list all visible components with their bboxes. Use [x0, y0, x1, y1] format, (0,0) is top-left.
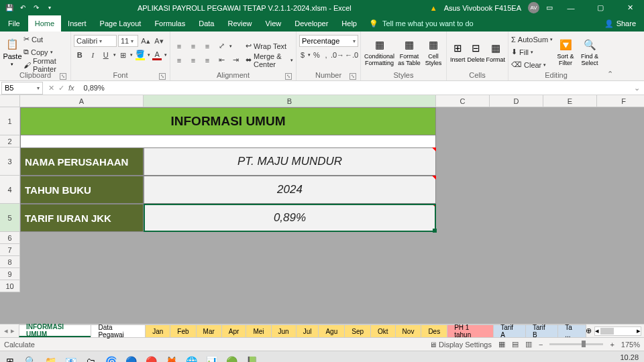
sheet-tab[interactable]: Mei [246, 324, 271, 337]
comment-indicator-icon[interactable] [432, 204, 436, 208]
fill-color-button[interactable]: 🪣 [134, 49, 146, 61]
sheet-tab[interactable]: Jun [271, 324, 297, 337]
cell-b4[interactable]: 2024 [144, 176, 436, 204]
cut-button[interactable]: ✂Cut [23, 34, 68, 46]
qat-more-icon[interactable]: ▾ [44, 3, 55, 13]
ribbon-display-icon[interactable]: ▭ [546, 3, 553, 12]
share-button[interactable]: 👤 Share [604, 19, 644, 28]
number-dialog-icon[interactable]: ⤡ [350, 73, 356, 80]
normal-view-button[interactable]: ▦ [498, 340, 505, 349]
sheet-tab[interactable]: Data Pegawai [91, 324, 146, 337]
horizontal-scrollbar[interactable]: ◂▸ [594, 326, 641, 336]
collapse-ribbon-button[interactable]: ⌃ [604, 32, 616, 80]
sheet-tab[interactable]: Mar [196, 324, 222, 337]
cell-header[interactable]: INFORMASI UMUM [20, 107, 436, 135]
align-left-button[interactable]: ≡ [173, 54, 185, 66]
edge-icon[interactable]: 🌐 [184, 354, 199, 362]
app3-icon[interactable]: 📊 [204, 354, 219, 362]
align-middle-button[interactable]: ≡ [187, 40, 199, 52]
app4-icon[interactable]: 🟢 [224, 354, 239, 362]
autosum-button[interactable]: ΣAutoSum▾ [511, 34, 553, 46]
zoom-slider[interactable] [549, 343, 603, 345]
increase-decimal-button[interactable]: .0→ [331, 49, 343, 61]
column-header[interactable]: A [20, 95, 144, 107]
find-select-button[interactable]: 🔍Find & Select [578, 34, 601, 71]
page-layout-tab[interactable]: Page Layout [93, 15, 148, 32]
row-header[interactable]: 5 [0, 204, 20, 232]
sheet-nav-prev-icon[interactable]: ◂ [4, 326, 8, 335]
italic-button[interactable]: I [87, 49, 99, 61]
row-header[interactable]: 4 [0, 176, 20, 204]
cell-blank-row[interactable] [20, 135, 436, 147]
zoom-out-button[interactable]: − [539, 341, 543, 349]
tell-me-search[interactable]: 💡 Tell me what you want to do [369, 19, 474, 28]
explorer-icon[interactable]: 📁 [43, 354, 58, 362]
underline-button[interactable]: U [100, 49, 112, 61]
increase-indent-button[interactable]: ⇥ [229, 54, 241, 66]
sheet-tab[interactable]: Agu [318, 324, 345, 337]
font-dialog-icon[interactable]: ⤡ [159, 73, 166, 80]
comma-button[interactable]: , [323, 49, 329, 61]
merge-center-button[interactable]: ⬌Merge & Center▾ [246, 54, 293, 66]
fill-button[interactable]: ⬇Fill▾ [511, 46, 553, 58]
percent-button[interactable]: % [313, 49, 321, 61]
opera-icon[interactable]: 🔴 [144, 354, 158, 362]
system-clock[interactable]: 10.28 18/01/2024 [602, 354, 641, 362]
wrap-text-button[interactable]: ↩Wrap Text [246, 40, 293, 52]
paste-button[interactable]: 📋 Paste ▾ [3, 34, 22, 71]
font-size-combo[interactable]: 11▾ [118, 35, 138, 47]
row-header[interactable]: 1 [0, 107, 20, 135]
align-center-button[interactable]: ≡ [187, 54, 199, 66]
redo-icon[interactable]: ↷ [31, 3, 42, 13]
sheet-nav-next-icon[interactable]: ▸ [11, 326, 15, 335]
cell-b3[interactable]: PT. MAJU MUNDUR [144, 147, 436, 176]
data-tab[interactable]: Data [192, 15, 221, 32]
column-headers[interactable]: ABCDEF [20, 95, 644, 107]
column-header[interactable]: E [543, 95, 597, 107]
align-right-button[interactable]: ≡ [201, 54, 213, 66]
shrink-font-button[interactable]: A▾ [153, 35, 165, 47]
undo-icon[interactable]: ↶ [17, 3, 28, 13]
sheet-tab[interactable]: Tarif B [525, 324, 558, 337]
decrease-decimal-button[interactable]: ←.0 [345, 49, 358, 61]
sheet-tab[interactable]: Tarif A [493, 324, 526, 337]
review-tab[interactable]: Review [221, 15, 258, 32]
worksheet-grid[interactable]: ABCDEF 12345678910 INFORMASI UMUM NAMA P… [0, 95, 644, 324]
cell-a3[interactable]: NAMA PERUSAHAAN [20, 147, 144, 176]
enter-formula-icon[interactable]: ✓ [58, 84, 64, 93]
cell-b5[interactable]: 0,89% [144, 204, 436, 232]
new-sheet-button[interactable]: ⊕ [586, 326, 592, 335]
clipboard-dialog-icon[interactable]: ⤡ [60, 73, 66, 80]
file-tab[interactable]: File [0, 15, 28, 32]
row-header[interactable]: 2 [0, 135, 20, 147]
formula-input[interactable]: 0,89% [80, 84, 630, 92]
accounting-format-button[interactable]: $ [299, 49, 306, 61]
font-name-combo[interactable]: Calibri▾ [74, 35, 117, 47]
clear-button[interactable]: ⌫Clear▾ [511, 59, 553, 71]
name-box[interactable]: B5▾ [1, 82, 43, 95]
home-tab[interactable]: Home [28, 15, 61, 32]
format-cells-button[interactable]: ▦Format [486, 34, 505, 71]
maximize-button[interactable]: ▢ [589, 0, 612, 15]
sheet-tab[interactable]: Jan [145, 324, 170, 337]
cell-a5[interactable]: TARIF IURAN JKK [20, 204, 144, 232]
font-color-button[interactable]: A [152, 49, 164, 61]
outlook-icon[interactable]: 📧 [63, 354, 78, 362]
cell-styles-button[interactable]: ▦Cell Styles [423, 34, 443, 71]
page-break-view-button[interactable]: ▥ [525, 340, 532, 349]
sheet-tab[interactable]: Feb [170, 324, 196, 337]
app2-icon[interactable]: 🌀 [103, 354, 118, 362]
align-top-button[interactable]: ≡ [173, 40, 185, 52]
column-header[interactable]: B [144, 95, 436, 107]
bold-button[interactable]: B [74, 49, 86, 61]
format-painter-button[interactable]: 🖌Format Painter [23, 59, 68, 71]
row-header[interactable]: 7 [0, 244, 20, 256]
format-table-button[interactable]: ▦Format as Table [396, 34, 422, 71]
avatar[interactable]: AV [528, 2, 539, 13]
developer-tab[interactable]: Developer [288, 15, 335, 32]
decrease-indent-button[interactable]: ⇤ [215, 54, 227, 66]
sheet-tab[interactable]: Apr [221, 324, 247, 337]
sheet-tab[interactable]: Okt [370, 324, 396, 337]
expand-formula-bar-icon[interactable]: ⌄ [630, 84, 644, 93]
align-bottom-button[interactable]: ≡ [201, 40, 213, 52]
